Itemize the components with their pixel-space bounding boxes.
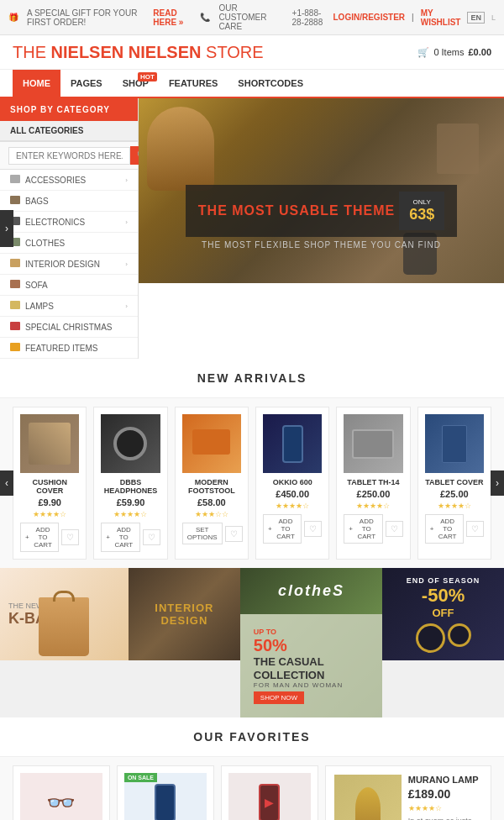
category-electronics[interactable]: ELECTRONICS › bbox=[0, 212, 138, 233]
logo-the: THE bbox=[13, 43, 46, 61]
category-bags[interactable]: BAGS bbox=[0, 191, 138, 212]
cart-widget[interactable]: 🛒 0 Items £0.00 bbox=[417, 47, 491, 58]
wishlist-footstool[interactable]: ♡ bbox=[225, 526, 243, 542]
add-to-cart-cushion[interactable]: + ADD TO CART bbox=[20, 523, 59, 552]
read-here-link[interactable]: READ HERE » bbox=[153, 8, 192, 27]
search-input[interactable] bbox=[8, 147, 130, 165]
nav-pages[interactable]: PAGES bbox=[60, 70, 113, 97]
promo-watches-banner[interactable]: END OF SEASON -50% OFF bbox=[382, 568, 504, 660]
our-favorites-title: OUR FAVORITES bbox=[0, 718, 504, 757]
product-stars-headphones: ★★★★☆ bbox=[101, 510, 160, 518]
product-card-cover: TABLET COVER £25.00 ★★★★☆ + ADD TO CART … bbox=[417, 407, 491, 560]
category-sofa[interactable]: SOFA bbox=[0, 275, 138, 296]
promo-clothes-banner[interactable]: clotheS bbox=[240, 568, 382, 614]
products-next-arrow[interactable]: › bbox=[491, 470, 504, 496]
clothes-title: clotheS bbox=[278, 582, 344, 600]
product-price-okkio: £450.00 bbox=[263, 489, 322, 499]
hero-price: 63$ bbox=[409, 206, 434, 223]
nav-features[interactable]: FEATURES bbox=[159, 70, 228, 97]
wishlist-link[interactable]: MY WISHLIST bbox=[421, 8, 461, 27]
top-bar: 🎁 A SPECIAL GIFT FOR YOUR FIRST ORDER! R… bbox=[0, 0, 504, 35]
add-to-cart-okkio[interactable]: + ADD TO CART bbox=[263, 514, 302, 544]
cart-price: £0.00 bbox=[468, 47, 491, 57]
nav-shop[interactable]: SHOP Hot bbox=[113, 70, 159, 97]
hero-only-label: ONLY bbox=[409, 198, 434, 206]
category-clothes[interactable]: CLOTHES bbox=[0, 233, 138, 254]
hero-title-part1: THE MOST USABLE bbox=[198, 203, 339, 218]
login-link[interactable]: LOGIN/REGISTER bbox=[333, 13, 406, 22]
wishlist-cover[interactable]: ♡ bbox=[466, 521, 484, 537]
arrow-icon: › bbox=[125, 302, 128, 310]
lamp-name: MURANO LAMP bbox=[408, 775, 482, 785]
product-card-cushion: CUSHION COVER £9.90 ★★★★☆ + ADD TO CART … bbox=[13, 407, 87, 560]
casual-shop-now-button[interactable]: SHOP NOW bbox=[254, 691, 304, 704]
on-sale-badge: ON SALE bbox=[124, 773, 157, 782]
product-stars-cover: ★★★★☆ bbox=[425, 502, 484, 510]
hero-price-badge: ONLY 63$ bbox=[399, 192, 444, 230]
watches-sale: -50% bbox=[407, 585, 480, 607]
watches-off: OFF bbox=[407, 607, 480, 619]
promo-interior-banner[interactable]: INTERIOR DESIGN bbox=[129, 568, 240, 660]
casual-title: THE CASUAL COLLECTION bbox=[254, 655, 369, 681]
casual-percent: 50% bbox=[254, 636, 369, 655]
product-price-headphones: £59.90 bbox=[101, 497, 160, 507]
products-section: ‹ CUSHION COVER £9.90 ★★★★☆ + ADD TO CAR… bbox=[0, 398, 504, 568]
cart-icon: 🛒 bbox=[417, 47, 429, 58]
add-to-cart-cover[interactable]: + ADD TO CART bbox=[425, 514, 464, 544]
main-layout: SHOP BY CATEGORY ALL CATEGORIES 🔍 ACCESS… bbox=[0, 98, 504, 359]
add-to-cart-headphones[interactable]: + ADD TO CART bbox=[101, 523, 139, 552]
phone-label: OUR CUSTOMER CARE bbox=[218, 3, 283, 31]
promo-casual-banner[interactable]: UP TO 50% THE CASUAL COLLECTION FOR MAN … bbox=[240, 614, 382, 718]
favorites-grid-section: ‹ 👓 DIVA GLASSES £138.00 ★★★☆☆ + ADD TO … bbox=[0, 757, 504, 820]
wishlist-cushion[interactable]: ♡ bbox=[61, 529, 79, 545]
category-lamps[interactable]: LAMPS › bbox=[0, 296, 138, 317]
sidebar-toggle-button[interactable]: › bbox=[0, 210, 13, 247]
product-price-cover: £25.00 bbox=[425, 489, 484, 499]
sidebar: SHOP BY CATEGORY ALL CATEGORIES 🔍 ACCESS… bbox=[0, 98, 139, 359]
product-card-tablet: TABLET TH-14 £250.00 ★★★★☆ + ADD TO CART… bbox=[336, 407, 410, 560]
category-featured[interactable]: FEATURED ITEMS bbox=[0, 338, 138, 359]
lang-nl[interactable]: L bbox=[491, 13, 496, 22]
interior-title: INTERIOR DESIGN bbox=[135, 602, 234, 627]
product-actions-tablet: + ADD TO CART ♡ bbox=[344, 514, 402, 544]
arrow-icon: › bbox=[125, 260, 128, 268]
wishlist-okkio[interactable]: ♡ bbox=[304, 521, 322, 537]
top-bar-left: 🎁 A SPECIAL GIFT FOR YOUR FIRST ORDER! R… bbox=[8, 3, 333, 31]
promo-kbags-banner[interactable]: THE NEW K-BAGS bbox=[0, 568, 129, 660]
top-bar-right: LOGIN/REGISTER | MY WISHLIST EN L bbox=[333, 8, 496, 27]
promo-banners-section: THE NEW K-BAGS INTERIOR DESIGN clotheS U… bbox=[0, 568, 504, 718]
set-options-footstool[interactable]: SET OPTIONS bbox=[182, 523, 223, 544]
nav-shortcodes[interactable]: SHORTCODES bbox=[228, 70, 313, 97]
logo-store: STORE bbox=[206, 43, 264, 61]
bag-shape-icon bbox=[39, 597, 89, 656]
logo-nielsen-text: NIELSEN bbox=[129, 43, 202, 61]
category-christmas[interactable]: SPECIAL CHRISTMAS bbox=[0, 317, 138, 338]
product-price-footstool: £58.00 bbox=[182, 497, 241, 507]
wishlist-headphones[interactable]: ♡ bbox=[143, 529, 160, 545]
lang-en[interactable]: EN bbox=[467, 12, 485, 24]
product-name-tablet: TABLET TH-14 bbox=[344, 478, 402, 486]
cart-items: 0 Items bbox=[433, 47, 464, 57]
category-accessories[interactable]: ACCESSORIES › bbox=[0, 170, 138, 191]
product-name-footstool: MODERN FOOTSTOOL bbox=[182, 478, 241, 495]
product-actions-headphones: + ADD TO CART ♡ bbox=[101, 523, 160, 552]
hero-main-block: THE MOST USABLE THEME ONLY 63$ bbox=[186, 185, 457, 237]
product-stars-footstool: ★★★☆☆ bbox=[182, 510, 241, 518]
fav-image-kingac: ON SALE bbox=[124, 773, 207, 820]
category-interior[interactable]: INTERIOR DESIGN › bbox=[0, 254, 138, 275]
products-grid: CUSHION COVER £9.90 ★★★★☆ + ADD TO CART … bbox=[13, 407, 491, 560]
add-to-cart-tablet[interactable]: + ADD TO CART bbox=[344, 514, 382, 544]
product-actions-okkio: + ADD TO CART ♡ bbox=[263, 514, 322, 544]
all-categories-btn[interactable]: ALL CATEGORIES bbox=[0, 121, 138, 141]
product-stars-tablet: ★★★★☆ bbox=[344, 502, 402, 510]
wishlist-tablet[interactable]: ♡ bbox=[386, 521, 403, 537]
nav-home[interactable]: HOME bbox=[13, 70, 60, 97]
product-actions-cover: + ADD TO CART ♡ bbox=[425, 514, 484, 544]
promo-text: A SPECIAL GIFT FOR YOUR FIRST ORDER! bbox=[27, 8, 144, 27]
new-arrivals-section: NEW ARRIVALS ‹ CUSHION COVER £9.90 ★★★★☆… bbox=[0, 359, 504, 568]
lamp-price: £189.00 bbox=[408, 787, 482, 801]
casual-subtitle: FOR MAN AND WOMAN bbox=[254, 681, 369, 689]
product-price-tablet: £250.00 bbox=[344, 489, 402, 499]
products-prev-arrow[interactable]: ‹ bbox=[0, 470, 13, 496]
product-actions-cushion: + ADD TO CART ♡ bbox=[20, 523, 79, 552]
